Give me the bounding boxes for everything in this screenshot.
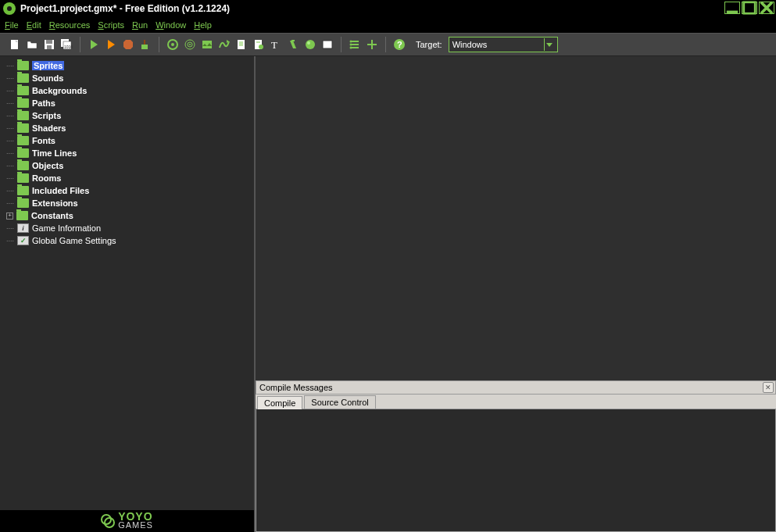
tree-item-label: Paths xyxy=(32,98,55,108)
window-controls xyxy=(724,2,774,14)
menu-scripts[interactable]: Scripts xyxy=(98,20,124,30)
tree-item-label: Game Information xyxy=(32,223,101,233)
menu-edit[interactable]: Edit xyxy=(27,20,41,30)
tree-connector: ···· xyxy=(6,74,17,82)
window-title: Project1.project.gmx* - Free Edition (v1… xyxy=(20,3,230,14)
maximize-button[interactable] xyxy=(742,2,757,14)
tree-item-label: Rooms xyxy=(32,173,61,183)
create-script-icon[interactable] xyxy=(234,37,249,52)
workspace-canvas[interactable] xyxy=(256,56,776,380)
toolbar-separator xyxy=(159,37,159,52)
run-icon[interactable] xyxy=(87,37,101,52)
tree-connector: ···· xyxy=(6,149,17,157)
expand-icon[interactable]: + xyxy=(6,212,13,220)
folder-icon xyxy=(17,73,29,83)
main-area: ····Sprites····Sounds····Backgrounds····… xyxy=(0,56,776,532)
svg-point-27 xyxy=(306,40,315,49)
compile-panel-header: Compile Messages ✕ xyxy=(256,380,776,395)
compile-output[interactable] xyxy=(256,409,776,532)
compile-close-button[interactable]: ✕ xyxy=(763,382,774,393)
toolbar-separator xyxy=(385,37,386,52)
tab-source-control[interactable]: Source Control xyxy=(304,395,375,409)
tree-item-backgrounds[interactable]: ····Backgrounds xyxy=(2,84,252,97)
help-icon[interactable]: ? xyxy=(392,37,406,52)
sidebar-footer: YOYO GAMES xyxy=(0,510,254,532)
tree-item-scripts[interactable]: ····Scripts xyxy=(2,109,252,122)
tree-item-constants[interactable]: +Constants xyxy=(2,209,252,222)
tree-connector: ···· xyxy=(6,112,17,120)
check-icon: ✓ xyxy=(17,236,29,245)
folder-icon xyxy=(17,111,29,120)
create-sound-icon[interactable] xyxy=(183,37,197,52)
menubar: File Edit Resources Scripts Run Window H… xyxy=(0,17,776,33)
save-all-icon[interactable]: 1010 xyxy=(59,37,73,52)
svg-rect-18 xyxy=(238,40,245,49)
tree-item-game-information[interactable]: ····iGame Information xyxy=(2,222,252,234)
create-timeline-icon[interactable] xyxy=(286,37,300,52)
svg-marker-9 xyxy=(123,40,133,49)
svg-rect-10 xyxy=(144,40,145,45)
create-background-icon[interactable] xyxy=(200,37,214,52)
compile-panel-title: Compile Messages xyxy=(259,383,333,392)
create-sprite-icon[interactable] xyxy=(166,37,180,52)
menu-run[interactable]: Run xyxy=(132,20,148,30)
tree-item-sounds[interactable]: ····Sounds xyxy=(2,72,252,84)
menu-window[interactable]: Window xyxy=(156,20,186,30)
tree-item-included-files[interactable]: ····Included Files xyxy=(2,184,252,197)
tree-item-fonts[interactable]: ····Fonts xyxy=(2,134,252,147)
tree-item-sprites[interactable]: ····Sprites xyxy=(2,59,252,72)
create-path-icon[interactable] xyxy=(217,37,231,52)
tree-item-shaders[interactable]: ····Shaders xyxy=(2,122,252,134)
tree-connector: ···· xyxy=(6,199,17,207)
tree-item-label: Backgrounds xyxy=(32,86,87,95)
open-project-icon[interactable] xyxy=(25,37,39,52)
tree-item-global-game-settings[interactable]: ····✓Global Game Settings xyxy=(2,234,252,247)
minimize-button[interactable] xyxy=(724,2,740,14)
tree-connector: ···· xyxy=(6,99,17,107)
compile-tabs: Compile Source Control xyxy=(256,395,776,409)
menu-help[interactable]: Help xyxy=(194,20,212,30)
tree-item-label: Constants xyxy=(31,211,73,220)
create-font-icon[interactable]: T xyxy=(269,37,283,52)
debug-icon[interactable] xyxy=(104,37,118,52)
toolbar: 1010 T ? Target: Windows xyxy=(0,33,776,56)
folder-icon xyxy=(17,123,29,133)
app-icon xyxy=(3,2,16,15)
folder-icon xyxy=(17,61,29,70)
compile-panel: Compile Messages ✕ Compile Source Contro… xyxy=(256,380,776,532)
tree-connector: ···· xyxy=(6,62,17,70)
close-button[interactable] xyxy=(759,2,774,14)
tree-connector: ···· xyxy=(6,174,17,182)
tree-item-label: Shaders xyxy=(32,123,66,133)
extensions-icon[interactable] xyxy=(348,37,362,52)
svg-point-34 xyxy=(350,44,352,46)
tree-item-objects[interactable]: ····Objects xyxy=(2,159,252,172)
tree-item-label: Sprites xyxy=(32,61,64,70)
tree-item-rooms[interactable]: ····Rooms xyxy=(2,172,252,184)
tab-compile[interactable]: Compile xyxy=(257,396,302,409)
create-shader-icon[interactable] xyxy=(252,37,266,52)
resource-tree[interactable]: ····Sprites····Sounds····Backgrounds····… xyxy=(0,56,254,510)
save-project-icon[interactable] xyxy=(42,37,56,52)
tree-item-paths[interactable]: ····Paths xyxy=(2,97,252,109)
tree-item-time-lines[interactable]: ····Time Lines xyxy=(2,147,252,159)
stop-icon[interactable] xyxy=(121,37,135,52)
svg-point-16 xyxy=(189,44,191,45)
menu-resources[interactable]: Resources xyxy=(49,20,91,30)
clean-icon[interactable] xyxy=(138,37,152,52)
svg-rect-4 xyxy=(46,40,52,44)
tree-item-label: Fonts xyxy=(32,136,55,145)
toolbar-separator xyxy=(80,37,80,52)
tree-item-extensions[interactable]: ····Extensions xyxy=(2,197,252,209)
create-object-icon[interactable] xyxy=(303,37,317,52)
tree-connector: ···· xyxy=(6,187,17,195)
new-project-icon[interactable] xyxy=(8,37,22,52)
svg-point-28 xyxy=(307,41,310,45)
target-select[interactable]: Windows xyxy=(449,37,558,52)
menu-file[interactable]: File xyxy=(5,20,19,30)
folder-icon xyxy=(17,161,29,170)
folder-icon xyxy=(17,186,29,195)
constants-icon[interactable] xyxy=(365,37,379,52)
tree-item-label: Time Lines xyxy=(32,148,77,158)
create-room-icon[interactable] xyxy=(320,37,334,52)
